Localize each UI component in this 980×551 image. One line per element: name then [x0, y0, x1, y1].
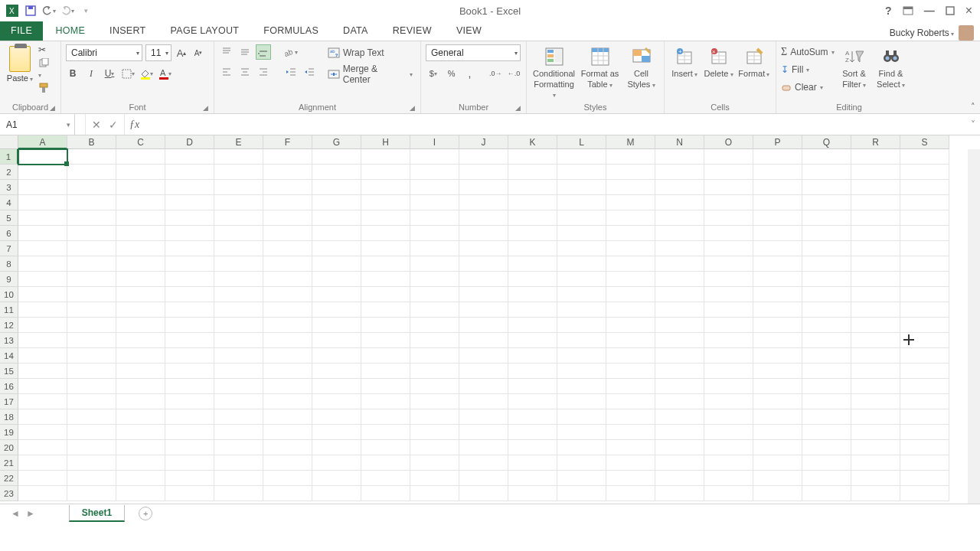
- cell[interactable]: [165, 333, 214, 348]
- cell[interactable]: [655, 333, 704, 348]
- cell[interactable]: [557, 195, 606, 210]
- cell[interactable]: [753, 272, 802, 287]
- cell[interactable]: [557, 210, 606, 226]
- cell[interactable]: [312, 440, 361, 455]
- cell[interactable]: [67, 318, 116, 333]
- cell[interactable]: [116, 287, 165, 302]
- cell[interactable]: [214, 226, 263, 241]
- expand-formula-bar-icon[interactable]: ˅: [966, 114, 980, 135]
- cell[interactable]: [753, 241, 802, 256]
- cell[interactable]: [802, 486, 851, 501]
- cell[interactable]: [18, 364, 67, 379]
- cell[interactable]: [557, 302, 606, 318]
- cell[interactable]: [18, 394, 67, 409]
- cell[interactable]: [67, 180, 116, 195]
- cell[interactable]: [557, 409, 606, 425]
- cell[interactable]: [410, 455, 459, 471]
- row-header[interactable]: 18: [0, 409, 18, 425]
- cell[interactable]: [214, 302, 263, 318]
- cell[interactable]: [655, 241, 704, 256]
- add-sheet-button[interactable]: +: [139, 507, 152, 520]
- font-dialog-launcher[interactable]: ◢: [203, 104, 211, 112]
- cell[interactable]: [557, 440, 606, 455]
- cell[interactable]: [361, 486, 410, 501]
- row-header[interactable]: 19: [0, 425, 18, 440]
- col-header[interactable]: S: [900, 135, 949, 149]
- cell[interactable]: [606, 333, 655, 348]
- cell[interactable]: [116, 149, 165, 165]
- cell[interactable]: [851, 165, 900, 180]
- qat-customize-icon[interactable]: ▾: [78, 3, 93, 18]
- cell[interactable]: [655, 180, 704, 195]
- cell[interactable]: [214, 272, 263, 287]
- cell[interactable]: [263, 425, 312, 440]
- row-header[interactable]: 14: [0, 348, 18, 364]
- col-header[interactable]: K: [508, 135, 557, 149]
- cell[interactable]: [557, 333, 606, 348]
- cell[interactable]: [116, 440, 165, 455]
- cell[interactable]: [116, 256, 165, 272]
- row-header[interactable]: 10: [0, 287, 18, 302]
- cell[interactable]: [165, 302, 214, 318]
- cell[interactable]: [459, 241, 508, 256]
- sheet-nav-prev-icon[interactable]: ◄: [11, 508, 20, 519]
- cell[interactable]: [165, 455, 214, 471]
- decrease-font-icon[interactable]: A▾: [191, 45, 205, 60]
- row-header[interactable]: 8: [0, 256, 18, 272]
- cell[interactable]: [508, 486, 557, 501]
- cell[interactable]: [18, 486, 67, 501]
- cell[interactable]: [263, 471, 312, 486]
- cell[interactable]: [410, 409, 459, 425]
- col-header[interactable]: L: [557, 135, 606, 149]
- col-header[interactable]: J: [459, 135, 508, 149]
- cell[interactable]: [459, 333, 508, 348]
- cell[interactable]: [361, 165, 410, 180]
- cell[interactable]: [753, 226, 802, 241]
- cell[interactable]: [410, 165, 459, 180]
- cell[interactable]: [18, 195, 67, 210]
- cell[interactable]: [851, 364, 900, 379]
- cell[interactable]: [851, 348, 900, 364]
- cell[interactable]: [263, 348, 312, 364]
- cell[interactable]: [851, 425, 900, 440]
- cell[interactable]: [802, 455, 851, 471]
- cell[interactable]: [459, 318, 508, 333]
- cell[interactable]: [606, 394, 655, 409]
- cell[interactable]: [851, 195, 900, 210]
- cell[interactable]: [704, 165, 753, 180]
- cell[interactable]: [508, 210, 557, 226]
- cell[interactable]: [263, 409, 312, 425]
- cell[interactable]: [263, 180, 312, 195]
- increase-indent-icon[interactable]: [302, 64, 317, 80]
- row-header[interactable]: 3: [0, 180, 18, 195]
- copy-icon[interactable]: [38, 58, 49, 80]
- cell[interactable]: [802, 256, 851, 272]
- cell[interactable]: [508, 256, 557, 272]
- cell[interactable]: [557, 394, 606, 409]
- cell[interactable]: [410, 287, 459, 302]
- cell[interactable]: [18, 149, 67, 165]
- cell[interactable]: [606, 455, 655, 471]
- increase-decimal-icon[interactable]: .0→: [488, 66, 503, 81]
- cell[interactable]: [361, 318, 410, 333]
- cell[interactable]: [165, 272, 214, 287]
- cell[interactable]: [851, 226, 900, 241]
- cell[interactable]: [312, 256, 361, 272]
- cell[interactable]: [557, 364, 606, 379]
- cell[interactable]: [900, 486, 949, 501]
- cell[interactable]: [900, 180, 949, 195]
- cell[interactable]: [753, 486, 802, 501]
- cell[interactable]: [900, 318, 949, 333]
- cell[interactable]: [802, 149, 851, 165]
- cell[interactable]: [655, 256, 704, 272]
- row-header[interactable]: 22: [0, 471, 18, 486]
- cell[interactable]: [655, 379, 704, 394]
- cell[interactable]: [67, 471, 116, 486]
- undo-button[interactable]: [41, 3, 57, 18]
- cell[interactable]: [606, 486, 655, 501]
- cell[interactable]: [312, 409, 361, 425]
- cell[interactable]: [214, 210, 263, 226]
- cell[interactable]: [410, 486, 459, 501]
- cell[interactable]: [851, 379, 900, 394]
- cell[interactable]: [18, 455, 67, 471]
